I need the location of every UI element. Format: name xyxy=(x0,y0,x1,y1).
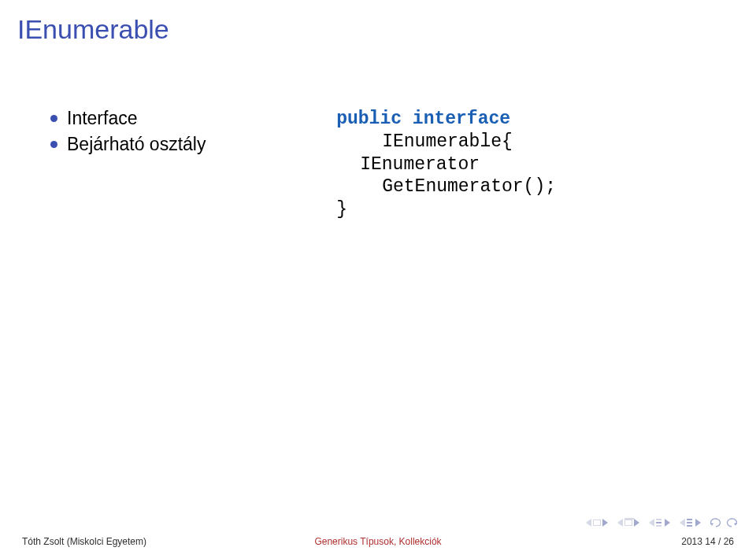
bullet-icon xyxy=(50,141,57,148)
code-line: } xyxy=(336,198,724,221)
bullet-label: Bejárható osztály xyxy=(67,134,206,155)
doc-icon xyxy=(687,519,692,527)
nav-subsection-group[interactable] xyxy=(617,519,639,527)
nav-next-sec-icon xyxy=(665,519,670,527)
nav-prev-sec-icon xyxy=(649,519,654,527)
list-item: Interface xyxy=(50,108,336,129)
bullet-icon xyxy=(50,115,57,122)
nav-prev-frame-icon xyxy=(586,519,591,527)
code-line: public interface xyxy=(336,108,724,131)
nav-doc-group[interactable] xyxy=(680,519,701,527)
nav-next-frame-icon xyxy=(602,519,608,527)
footer: Tóth Zsolt (Miskolci Egyetem) Generikus … xyxy=(0,532,756,551)
code-block: public interface IEnumerable{ IEnumerato… xyxy=(336,108,724,221)
nav-first-icon xyxy=(680,519,685,527)
nav-frame-group[interactable] xyxy=(586,519,608,527)
nav-last-icon xyxy=(695,519,701,527)
footer-title: Generikus Típusok, Kollekciók xyxy=(0,536,756,547)
subsection-icon xyxy=(624,520,632,526)
section-icon xyxy=(656,519,662,527)
nav-back-icon[interactable] xyxy=(710,518,721,527)
slide-content: Interface Bejárható osztály public inter… xyxy=(0,45,756,221)
bullet-label: Interface xyxy=(67,108,138,129)
code-line: IEnumerable{ xyxy=(336,131,724,153)
code-line: IEnumerator xyxy=(336,153,724,176)
list-item: Bejárható osztály xyxy=(50,134,336,155)
frame-icon xyxy=(593,520,601,526)
nav-section-group[interactable] xyxy=(649,519,670,527)
keyword-public: public xyxy=(336,109,402,129)
nav-prev-sub-icon xyxy=(617,519,623,527)
slide-title: IEnumerable xyxy=(0,0,756,45)
keyword-interface: interface xyxy=(413,109,510,129)
nav-next-sub-icon xyxy=(634,519,639,527)
bullet-list: Interface Bejárható osztály xyxy=(32,108,336,221)
beamer-nav xyxy=(586,518,737,527)
nav-forward-icon[interactable] xyxy=(726,518,737,527)
code-line: GetEnumerator(); xyxy=(336,176,724,198)
